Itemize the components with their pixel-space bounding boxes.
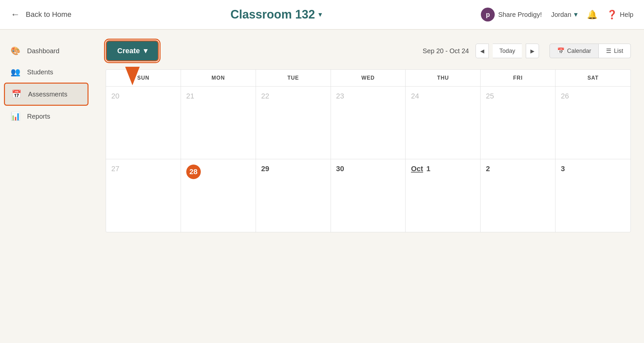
next-arrow-icon: ▶ xyxy=(530,48,534,54)
back-label: Back to Home xyxy=(26,10,71,19)
cal-cell-oct2[interactable]: 2 xyxy=(481,159,555,232)
calendar: SUN MON TUE WED THU FRI SAT 20 21 22 xyxy=(106,69,631,232)
cal-cell-sep24[interactable]: 24 xyxy=(406,87,481,159)
prev-period-button[interactable]: ◀ xyxy=(476,44,489,58)
create-button[interactable]: Create ▾ xyxy=(106,40,159,61)
day-name-tue: TUE xyxy=(256,70,331,86)
day-name-wed: WED xyxy=(331,70,406,86)
cal-date: 26 xyxy=(561,92,569,100)
cal-date: 24 xyxy=(411,92,419,100)
calendar-header: SUN MON TUE WED THU FRI SAT xyxy=(106,70,630,87)
calendar-view-button[interactable]: 📅 Calendar xyxy=(550,44,599,58)
prodigy-letter: p xyxy=(486,11,490,19)
cal-cell-sep26[interactable]: 26 xyxy=(555,87,630,159)
reports-icon: 📊 xyxy=(11,112,20,121)
today-button[interactable]: Today xyxy=(493,44,522,58)
day-name-mon: MON xyxy=(181,70,256,86)
create-dropdown-icon: ▾ xyxy=(144,47,147,55)
back-arrow-icon: ← xyxy=(11,9,20,20)
classroom-selector[interactable]: Classroom 132 ▾ xyxy=(231,8,322,21)
prev-arrow-icon: ◀ xyxy=(480,48,484,54)
cal-date: 23 xyxy=(336,92,344,100)
back-to-home-button[interactable]: ← Back to Home xyxy=(11,9,71,20)
cal-date-today: 28 xyxy=(186,165,201,179)
help-label: Help xyxy=(620,11,633,19)
cal-date: 29 xyxy=(261,165,269,173)
main-layout: 🎨 Dashboard 👥 Students 📅 Assessments 📊 R… xyxy=(0,30,644,343)
calendar-view-label: Calendar xyxy=(567,48,591,55)
classroom-dropdown-icon: ▾ xyxy=(318,10,322,19)
classroom-title: Classroom 132 xyxy=(231,8,315,21)
sidebar-reports-label: Reports xyxy=(27,113,50,120)
list-view-button[interactable]: ☰ List xyxy=(599,44,631,58)
cal-date: 25 xyxy=(486,92,494,100)
sidebar-students-label: Students xyxy=(27,68,53,76)
header-right: p Share Prodigy! Jordan ▾ 🔔 ❓ Help xyxy=(481,8,633,21)
sidebar-item-reports[interactable]: 📊 Reports xyxy=(0,106,92,127)
sidebar-assessments-label: Assessments xyxy=(28,91,67,98)
help-button[interactable]: ❓ Help xyxy=(607,10,633,20)
sidebar: 🎨 Dashboard 👥 Students 📅 Assessments 📊 R… xyxy=(0,30,92,343)
content-area: Create ▾ Sep 20 - Oct 24 ◀ Today ▶ xyxy=(92,30,644,343)
share-prodigy-label: Share Prodigy! xyxy=(498,11,542,19)
cal-cell-oct1[interactable]: Oct 1 xyxy=(406,159,481,232)
calendar-view-icon: 📅 xyxy=(557,47,564,55)
cal-date: 20 xyxy=(111,92,119,100)
assessments-icon: 📅 xyxy=(12,90,21,99)
cal-date: 22 xyxy=(261,92,269,100)
cal-date: 3 xyxy=(561,165,565,173)
cal-date: 30 xyxy=(336,165,344,173)
cal-cell-sep29[interactable]: 29 xyxy=(256,159,331,232)
day-name-sat: SAT xyxy=(555,70,630,86)
cal-cell-sep27[interactable]: 27 xyxy=(106,159,181,232)
cal-cell-sep30[interactable]: 30 xyxy=(331,159,406,232)
share-prodigy-button[interactable]: p Share Prodigy! xyxy=(481,8,542,21)
user-name: Jordan xyxy=(551,11,571,19)
cal-cell-sep20[interactable]: 20 xyxy=(106,87,181,159)
cal-date: 2 xyxy=(486,165,490,173)
sidebar-item-assessments[interactable]: 📅 Assessments xyxy=(4,83,89,106)
date-navigation: Sep 20 - Oct 24 ◀ Today ▶ 📅 Calendar xyxy=(423,44,631,58)
create-label: Create xyxy=(117,47,140,55)
dashboard-icon: 🎨 xyxy=(11,46,20,56)
create-button-container: Create ▾ xyxy=(106,40,159,61)
cal-cell-sep23[interactable]: 23 xyxy=(331,87,406,159)
user-menu-button[interactable]: Jordan ▾ xyxy=(551,10,578,19)
cal-cell-sep25[interactable]: 25 xyxy=(481,87,555,159)
cal-date: 27 xyxy=(111,165,119,173)
user-dropdown-icon: ▾ xyxy=(574,10,578,19)
day-name-fri: FRI xyxy=(481,70,555,86)
date-range-label: Sep 20 - Oct 24 xyxy=(423,47,469,55)
notifications-bell-icon[interactable]: 🔔 xyxy=(587,10,597,20)
oct1-date-row: Oct 1 xyxy=(411,165,475,173)
prodigy-icon: p xyxy=(481,8,495,21)
view-toggle: 📅 Calendar ☰ List xyxy=(550,44,631,58)
day-name-thu: THU xyxy=(406,70,481,86)
toolbar: Create ▾ Sep 20 - Oct 24 ◀ Today ▶ xyxy=(106,40,631,61)
next-period-button[interactable]: ▶ xyxy=(526,44,539,58)
day-name-sun: SUN xyxy=(106,70,181,86)
list-view-label: List xyxy=(614,48,623,55)
today-label: Today xyxy=(499,48,515,54)
sidebar-item-dashboard[interactable]: 🎨 Dashboard xyxy=(0,40,92,61)
calendar-grid: 20 21 22 23 24 25 26 xyxy=(106,87,630,232)
cal-cell-oct3[interactable]: 3 xyxy=(555,159,630,232)
cal-cell-sep22[interactable]: 22 xyxy=(256,87,331,159)
cal-date-oct1: 1 xyxy=(426,165,430,173)
header: ← Back to Home Classroom 132 ▾ p Share P… xyxy=(0,0,644,30)
sidebar-dashboard-label: Dashboard xyxy=(27,47,59,55)
students-icon: 👥 xyxy=(11,67,20,77)
list-view-icon: ☰ xyxy=(606,47,611,55)
cal-cell-sep21[interactable]: 21 xyxy=(181,87,256,159)
oct-month-label: Oct xyxy=(411,165,423,173)
sidebar-item-students[interactable]: 👥 Students xyxy=(0,61,92,83)
cal-cell-sep28[interactable]: 28 xyxy=(181,159,256,232)
cal-date: 21 xyxy=(186,92,194,100)
help-circle-icon: ❓ xyxy=(607,10,617,20)
